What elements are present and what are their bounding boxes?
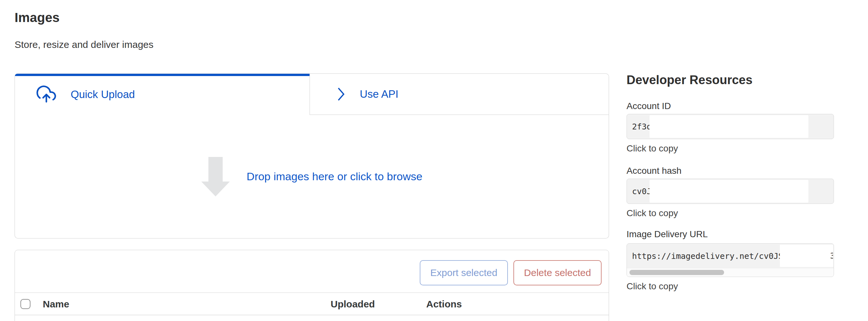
images-page: Images Store, resize and deliver images … [0, 0, 868, 321]
column-header-name: Name [43, 299, 69, 310]
image-delivery-url-label: Image Delivery URL [626, 229, 708, 240]
developer-resources-panel: Developer Resources Account ID 2f3d Clic… [626, 0, 834, 321]
image-drop-zone[interactable]: Drop images here or click to browse [14, 115, 609, 239]
tab-quick-upload-label: Quick Upload [71, 88, 135, 101]
select-all-checkbox[interactable] [21, 299, 30, 309]
main-column: Images Store, resize and deliver images … [14, 0, 609, 321]
account-hash-field[interactable]: cv0J [626, 179, 834, 204]
image-delivery-url-copy-hint: Click to copy [626, 281, 678, 291]
value-fragment: 3 [830, 250, 833, 261]
column-header-actions: Actions [426, 299, 462, 310]
tab-quick-upload[interactable]: Quick Upload [14, 73, 310, 115]
horizontal-scrollbar [627, 268, 834, 277]
delete-selected-button[interactable]: Delete selected [514, 260, 601, 285]
account-hash-label: Account hash [626, 166, 682, 176]
account-id-value: 2f3d [632, 114, 651, 139]
page-subtitle: Store, resize and deliver images [14, 39, 154, 50]
upload-tabs: Quick Upload Use API [14, 73, 609, 115]
image-list-card: Export selected Delete selected Name Upl… [14, 250, 609, 321]
redaction-overlay [780, 245, 833, 267]
account-hash-copy-hint: Click to copy [626, 208, 678, 218]
tab-use-api[interactable]: Use API [310, 73, 609, 115]
account-id-field[interactable]: 2f3d [626, 114, 834, 139]
account-hash-value: cv0J [632, 179, 651, 204]
table-header-row: Name Uploaded Actions [15, 292, 609, 315]
export-selected-button[interactable]: Export selected [420, 260, 508, 285]
arrow-down-icon [201, 157, 230, 197]
image-delivery-url-field[interactable]: https://imagedelivery.net/cv0JSj 3 [626, 243, 834, 277]
tab-use-api-label: Use API [360, 88, 398, 100]
page-title: Images [14, 10, 60, 25]
developer-resources-title: Developer Resources [626, 73, 753, 87]
chevron-right-icon [335, 85, 346, 103]
drop-zone-label: Drop images here or click to browse [247, 170, 422, 183]
image-delivery-url-value: https://imagedelivery.net/cv0JSj [632, 244, 788, 268]
account-id-copy-hint: Click to copy [626, 143, 678, 154]
redaction-overlay [650, 115, 808, 138]
column-header-uploaded: Uploaded [331, 299, 375, 310]
horizontal-scrollbar-thumb[interactable] [629, 270, 724, 275]
cloud-upload-icon [36, 85, 57, 104]
redaction-overlay [650, 180, 808, 203]
account-id-label: Account ID [626, 101, 671, 111]
